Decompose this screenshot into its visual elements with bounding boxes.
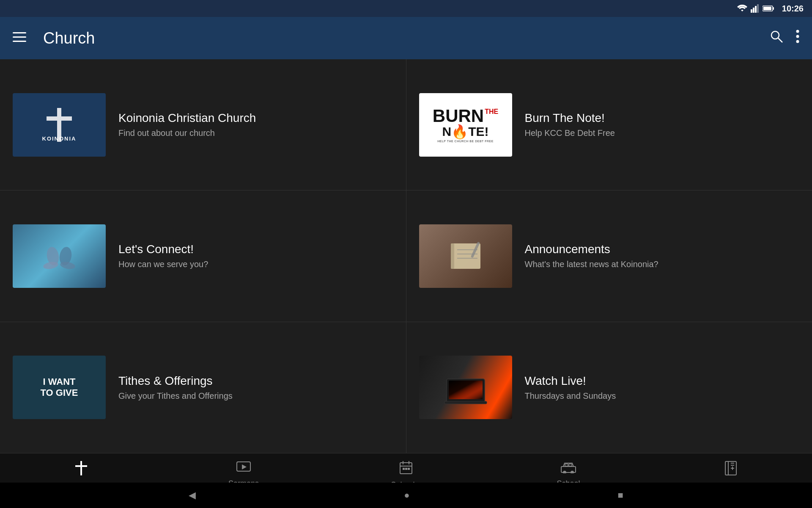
main-content-grid: KOINONIA Koinonia Christian Church Find …	[0, 59, 812, 453]
home-button[interactable]: ●	[404, 490, 409, 501]
announcements-title: Announcements	[525, 243, 800, 256]
svg-rect-9	[13, 41, 26, 42]
svg-point-13	[796, 35, 799, 38]
more-button[interactable]	[796, 30, 799, 47]
tithes-title: Tithes & Offerings	[118, 374, 393, 388]
signal-icon	[751, 4, 759, 13]
koinonia-title: Koinonia Christian Church	[118, 111, 393, 125]
connect-title: Let's Connect!	[118, 243, 393, 256]
watch-title: Watch Live!	[525, 374, 800, 388]
thumbnail-watch	[419, 356, 512, 419]
svg-rect-7	[13, 32, 26, 33]
svg-rect-0	[751, 9, 752, 13]
grid-item-announcements-text: Announcements What's the latest news at …	[525, 243, 800, 269]
svg-rect-41	[408, 468, 410, 470]
bible-icon	[725, 461, 737, 479]
svg-rect-15	[57, 108, 61, 142]
svg-rect-5	[773, 7, 774, 10]
announcements-subtitle: What's the latest news at Koinonia?	[525, 260, 800, 269]
svg-line-11	[778, 38, 782, 42]
watch-subtitle: Thursdays and Sundays	[525, 391, 800, 401]
svg-rect-30	[444, 401, 487, 404]
svg-point-44	[571, 471, 574, 473]
grid-item-tithes[interactable]: I WANT TO GIVE Tithes & Offerings Give y…	[0, 322, 406, 453]
recents-button[interactable]: ■	[618, 490, 623, 501]
svg-rect-40	[405, 468, 407, 470]
svg-point-12	[796, 30, 799, 33]
wifi-icon	[737, 5, 747, 12]
battery-icon	[763, 5, 774, 12]
svg-marker-34	[242, 464, 247, 469]
thumbnail-announcements	[419, 224, 512, 288]
school-icon	[561, 461, 576, 477]
system-nav: ◀ ● ■	[0, 483, 812, 508]
svg-rect-16	[47, 116, 72, 121]
svg-rect-45	[565, 464, 568, 466]
svg-rect-29	[449, 381, 483, 399]
grid-item-lets-connect[interactable]: Let's Connect! How can we serve you?	[0, 190, 406, 321]
svg-rect-8	[13, 36, 26, 38]
svg-rect-2	[755, 6, 757, 13]
app-bar: Church	[0, 17, 812, 59]
grid-item-connect-text: Let's Connect! How can we serve you?	[118, 243, 393, 269]
cross-icon	[75, 461, 87, 479]
search-button[interactable]	[770, 30, 783, 47]
svg-point-10	[771, 31, 779, 39]
grid-item-burn-note[interactable]: BURN THE N 🔥 TE! HELP THE CHURCH BE DEBT…	[406, 59, 812, 190]
grid-item-koinonia-text: Koinonia Christian Church Find out about…	[118, 111, 393, 138]
thumbnail-burn: BURN THE N 🔥 TE! HELP THE CHURCH BE DEBT…	[419, 93, 512, 157]
svg-rect-39	[403, 468, 405, 470]
grid-item-koinonia[interactable]: KOINONIA Koinonia Christian Church Find …	[0, 59, 406, 190]
burn-subtitle: Help KCC Be Debt Free	[525, 128, 800, 138]
menu-button[interactable]	[13, 32, 26, 44]
svg-point-14	[796, 40, 799, 43]
svg-rect-31	[80, 461, 82, 475]
burn-title: Burn The Note!	[525, 111, 800, 125]
back-button[interactable]: ◀	[189, 490, 196, 501]
connect-subtitle: How can we serve you?	[118, 260, 393, 269]
play-icon	[236, 461, 251, 477]
calendar-icon	[400, 461, 412, 478]
grid-item-tithes-text: Tithes & Offerings Give your Tithes and …	[118, 374, 393, 401]
app-bar-actions	[770, 30, 799, 47]
tithes-thumb-text2: TO GIVE	[41, 387, 78, 398]
tithes-subtitle: Give your Tithes and Offerings	[118, 391, 393, 401]
svg-rect-46	[569, 464, 572, 466]
svg-point-43	[563, 471, 566, 473]
svg-rect-32	[75, 465, 87, 467]
thumbnail-koinonia: KOINONIA	[13, 93, 106, 157]
svg-rect-1	[753, 8, 754, 13]
thumbnail-connect	[13, 224, 106, 288]
svg-rect-6	[763, 7, 771, 10]
koinonia-subtitle: Find out about our church	[118, 128, 393, 138]
tithes-thumb-text1: I WANT	[43, 376, 76, 387]
grid-item-burn-text: Burn The Note! Help KCC Be Debt Free	[525, 111, 800, 138]
svg-rect-3	[757, 4, 759, 13]
status-time: 10:26	[782, 4, 804, 14]
status-bar: 10:26	[0, 0, 812, 17]
svg-rect-22	[451, 243, 454, 269]
grid-item-announcements[interactable]: Announcements What's the latest news at …	[406, 190, 812, 321]
grid-item-watch-live[interactable]: Watch Live! Thursdays and Sundays	[406, 322, 812, 453]
app-bar-title: Church	[43, 29, 770, 47]
grid-item-watch-text: Watch Live! Thursdays and Sundays	[525, 374, 800, 401]
thumbnail-tithes: I WANT TO GIVE	[13, 356, 106, 419]
